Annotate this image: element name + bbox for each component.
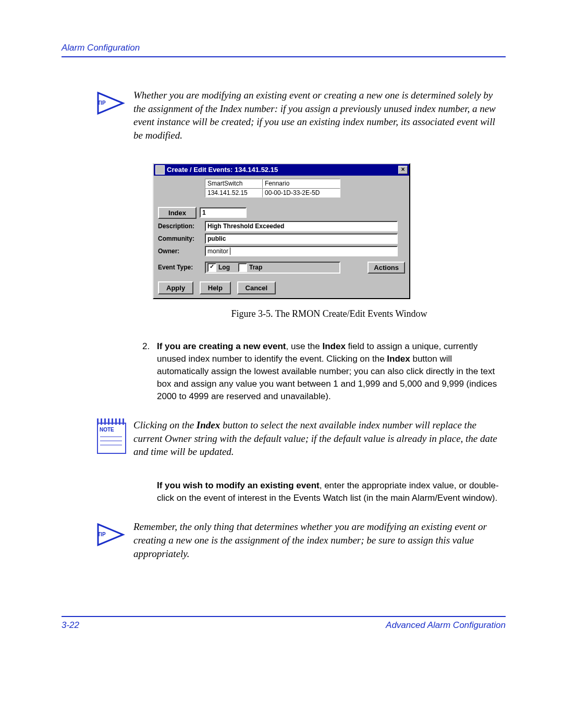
step-text: If you are creating a new event, use the… [157,340,506,403]
index-input[interactable]: 1 [200,207,247,218]
owner-label: Owner: [158,248,205,255]
description-input[interactable]: High Threshold Exceeded [205,221,398,231]
log-checkbox-label: Log [218,264,230,271]
tip1-text: Whether you are modifying an existing ev… [133,89,506,142]
tip-icon: TIP [96,520,125,549]
description-label: Description: [158,223,205,230]
page-footer: 3-22 Advanced Alarm Configuration [62,616,506,631]
device-name-cell: Fennario [262,179,340,188]
apply-button[interactable]: Apply [158,281,193,294]
footer-title: Advanced Alarm Configuration [386,620,506,631]
tip-block-2: TIP Remember, the only thing that determ… [96,520,506,560]
tip-label: TIP [97,100,106,106]
page-number: 3-22 [62,620,79,631]
device-ip-cell: 134.141.52.15 [205,188,262,198]
owner-input[interactable]: monitor [205,246,398,256]
modify-event-paragraph: If you wish to modify an existing event,… [157,479,506,504]
note-text: Clicking on the Index button to select t… [133,418,506,459]
step-2: 2. If you are creating a new event, use … [142,340,506,403]
trap-checkbox-label: Trap [249,264,262,271]
log-checkbox[interactable]: ✓ [207,263,216,272]
community-input[interactable]: public [205,233,398,244]
figure-caption: Figure 3-5. The RMON Create/Edit Events … [153,309,506,319]
dialog-titlebar: Create / Edit Events: 134.141.52.15 × [154,164,409,176]
note-icon: NOTE [96,418,125,455]
community-label: Community: [158,235,205,242]
step-number: 2. [142,340,157,403]
tip-block-1: TIP Whether you are modifying an existin… [96,89,506,142]
section-header: Alarm Configuration [62,43,506,53]
actions-button[interactable]: Actions [368,262,405,274]
tip2-text: Remember, the only thing that determines… [133,520,506,560]
note-label: NOTE [100,427,114,433]
app-icon [155,165,165,175]
tip-icon: TIP [96,89,125,118]
cancel-button[interactable]: Cancel [237,281,276,294]
help-button[interactable]: Help [200,281,231,294]
close-icon[interactable]: × [398,166,408,174]
create-edit-events-dialog: Create / Edit Events: 134.141.52.15 × Sm… [153,163,410,299]
device-mac-cell: 00-00-1D-33-2E-5D [262,188,340,198]
dialog-title: Create / Edit Events: 134.141.52.15 [167,166,398,174]
dialog-figure: Create / Edit Events: 134.141.52.15 × Sm… [153,163,506,319]
device-type-cell: SmartSwitch [205,179,262,188]
event-type-label: Event Type: [158,264,205,271]
index-button[interactable]: Index [158,207,197,219]
note-block: NOTE Clicking on the Index button to sel… [96,418,506,459]
trap-checkbox[interactable] [238,263,247,272]
header-rule [62,56,506,57]
tip-label: TIP [97,532,106,537]
